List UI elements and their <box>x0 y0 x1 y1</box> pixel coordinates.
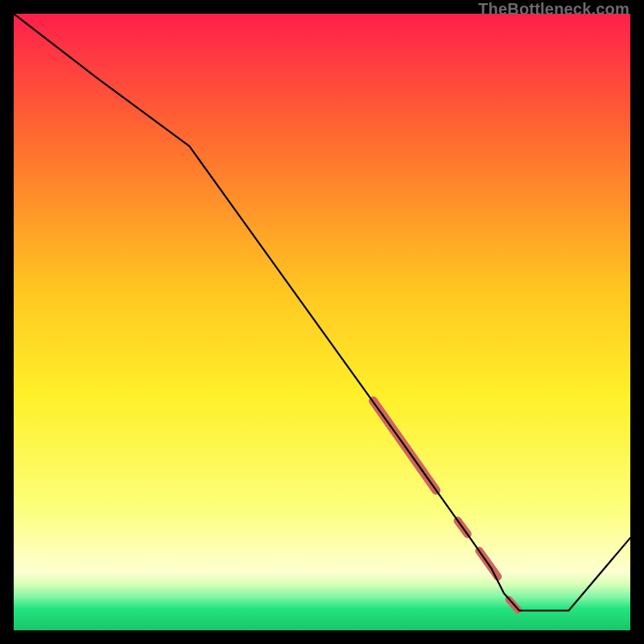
gradient-background <box>14 14 630 630</box>
chart-frame: TheBottleneck.com <box>0 0 644 644</box>
bottleneck-chart <box>14 14 630 630</box>
watermark-text: TheBottleneck.com <box>478 0 630 19</box>
plot-area <box>14 14 630 630</box>
